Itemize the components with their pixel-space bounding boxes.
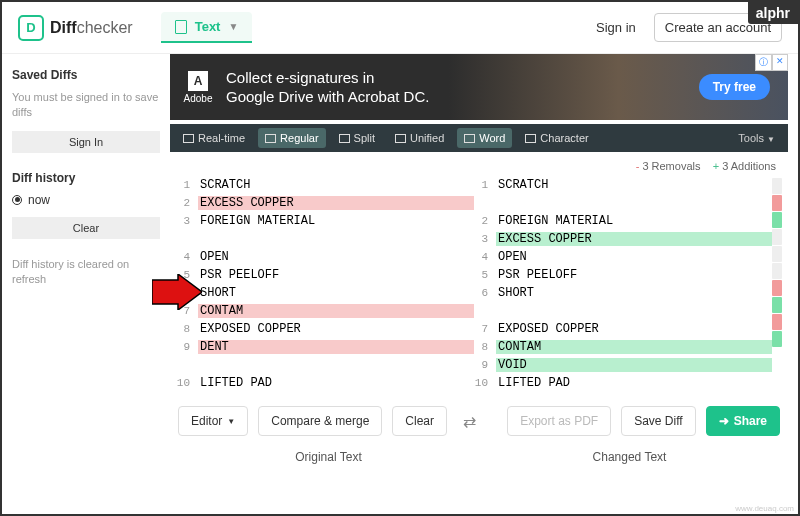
diff-line: 4OPEN xyxy=(474,248,772,266)
save-diff-button[interactable]: Save Diff xyxy=(621,406,695,436)
export-pdf-button[interactable]: Export as PDF xyxy=(507,406,611,436)
svg-marker-0 xyxy=(152,274,202,310)
regular-tab[interactable]: Regular xyxy=(258,128,326,148)
chevron-down-icon: ▼ xyxy=(228,21,238,32)
diff-line: 8CONTAM xyxy=(474,338,772,356)
logo-icon: D xyxy=(18,15,44,41)
swap-icon[interactable]: ⇄ xyxy=(457,412,482,431)
diff-line: 4OPEN xyxy=(176,248,474,266)
diff-area: 1SCRATCH2EXCESS COPPER3FOREIGN MATERIAL4… xyxy=(170,176,788,392)
sidebar: Saved Diffs You must be signed in to sav… xyxy=(2,54,170,514)
ad-brand: A Adobe xyxy=(170,71,226,104)
history-clear-button[interactable]: Clear xyxy=(12,217,160,239)
brand-light: checker xyxy=(77,19,133,36)
brand-bold: Diff xyxy=(50,19,77,36)
removals-count: 3 Removals xyxy=(636,160,701,172)
diff-line: 3EXCESS COPPER xyxy=(474,230,772,248)
word-tab[interactable]: Word xyxy=(457,128,512,148)
clear-button[interactable]: Clear xyxy=(392,406,447,436)
signin-link[interactable]: Sign in xyxy=(586,14,646,41)
diff-line: 1SCRATCH xyxy=(176,176,474,194)
text-icon xyxy=(175,20,187,34)
diff-line: 9DENT xyxy=(176,338,474,356)
adchoices-icon: ⓘ xyxy=(755,54,772,71)
diff-line xyxy=(176,356,474,374)
view-icon xyxy=(265,134,276,143)
ad-banner[interactable]: A Adobe Collect e-signatures in Google D… xyxy=(170,54,788,120)
history-msg: Diff history is cleared on refresh xyxy=(12,257,160,288)
diff-line: 2FOREIGN MATERIAL xyxy=(474,212,772,230)
view-icon xyxy=(395,134,406,143)
content: A Adobe Collect e-signatures in Google D… xyxy=(170,54,798,514)
share-button[interactable]: ➜ Share xyxy=(706,406,780,436)
additions-count: 3 Additions xyxy=(713,160,776,172)
mode-selector[interactable]: Text ▼ xyxy=(161,12,253,43)
history-now-label: now xyxy=(28,193,50,207)
ad-text: Collect e-signatures in Google Drive wit… xyxy=(226,68,429,107)
history-title: Diff history xyxy=(12,171,160,185)
topbar: D Diffchecker Text ▼ Sign in Create an a… xyxy=(2,2,798,54)
bottom-bar: Editor ▼ Compare & merge Clear ⇄ Export … xyxy=(170,392,788,446)
diff-line xyxy=(176,230,474,248)
mode-label: Text xyxy=(195,19,221,34)
diff-line xyxy=(474,302,772,320)
watermark-bottom: www.deuaq.com xyxy=(735,504,794,513)
diff-stats: 3 Removals 3 Additions xyxy=(170,152,788,176)
sidebar-signin-button[interactable]: Sign In xyxy=(12,131,160,153)
minimap[interactable] xyxy=(772,176,782,392)
view-icon xyxy=(525,134,536,143)
saved-diffs-msg: You must be signed in to save diffs xyxy=(12,90,160,121)
diff-line xyxy=(474,194,772,212)
diff-line: 10LIFTED PAD xyxy=(474,374,772,392)
diff-line: 1SCRATCH xyxy=(474,176,772,194)
diff-line: 7EXPOSED COPPER xyxy=(474,320,772,338)
diff-line: 7CONTAM xyxy=(176,302,474,320)
chevron-down-icon: ▼ xyxy=(767,135,775,144)
diff-line: 10LIFTED PAD xyxy=(176,374,474,392)
adobe-icon: A xyxy=(188,71,208,91)
column-headers: Original Text Changed Text xyxy=(170,446,788,468)
diff-line: 3FOREIGN MATERIAL xyxy=(176,212,474,230)
logo[interactable]: D Diffchecker xyxy=(18,15,133,41)
diff-line: 6SHORT xyxy=(176,284,474,302)
diff-line: 6SHORT xyxy=(474,284,772,302)
left-column-header: Original Text xyxy=(178,450,479,464)
watermark-top: alphr xyxy=(748,2,798,24)
diff-line: 5PSR PEELOFF xyxy=(474,266,772,284)
diff-line: 5PSR PEELOFF xyxy=(176,266,474,284)
chevron-down-icon: ▼ xyxy=(227,417,235,426)
diff-line: 9VOID xyxy=(474,356,772,374)
editor-button[interactable]: Editor ▼ xyxy=(178,406,248,436)
history-entry-now[interactable]: now xyxy=(12,193,160,207)
ad-cta-button[interactable]: Try free xyxy=(699,74,770,100)
compare-merge-button[interactable]: Compare & merge xyxy=(258,406,382,436)
diff-toolbar: Real-time Regular Split Unified Word Cha… xyxy=(170,124,788,152)
diff-line: 8EXPOSED COPPER xyxy=(176,320,474,338)
view-icon xyxy=(339,134,350,143)
left-pane[interactable]: 1SCRATCH2EXCESS COPPER3FOREIGN MATERIAL4… xyxy=(176,176,474,392)
view-icon xyxy=(183,134,194,143)
realtime-tab[interactable]: Real-time xyxy=(176,128,252,148)
unified-tab[interactable]: Unified xyxy=(388,128,451,148)
arrow-icon xyxy=(152,274,202,310)
right-pane[interactable]: 1SCRATCH2FOREIGN MATERIAL3EXCESS COPPER4… xyxy=(474,176,772,392)
radio-icon xyxy=(12,195,22,205)
split-tab[interactable]: Split xyxy=(332,128,382,148)
tools-menu[interactable]: Tools ▼ xyxy=(731,128,782,148)
view-icon xyxy=(464,134,475,143)
right-column-header: Changed Text xyxy=(479,450,780,464)
character-tab[interactable]: Character xyxy=(518,128,595,148)
diff-line: 2EXCESS COPPER xyxy=(176,194,474,212)
ad-controls[interactable]: ⓘ✕ xyxy=(755,54,788,71)
saved-diffs-title: Saved Diffs xyxy=(12,68,160,82)
close-icon: ✕ xyxy=(772,54,788,71)
